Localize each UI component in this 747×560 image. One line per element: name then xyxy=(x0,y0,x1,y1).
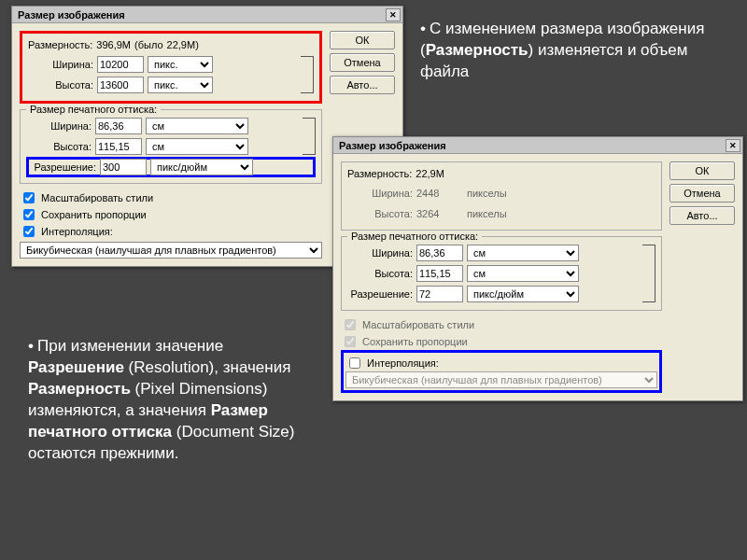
cancel-button[interactable]: Отмена xyxy=(669,184,735,203)
document-size-title: Размер печатного оттиска: xyxy=(347,231,482,242)
ok-button[interactable]: ОК xyxy=(669,161,735,180)
height-label: Высота: xyxy=(26,141,92,152)
doc-width-input[interactable] xyxy=(416,245,463,261)
resample-checkbox[interactable] xyxy=(23,226,35,237)
doc-width-input[interactable] xyxy=(95,118,142,134)
resample-method-select: Бикубическая (наилучшая для плавных град… xyxy=(345,371,657,388)
document-size-title: Размер печатного оттиска: xyxy=(26,104,161,115)
constrain-checkbox xyxy=(345,336,356,347)
caption-bottom-left: При изменении значение Разрешение (Resol… xyxy=(28,336,308,465)
titlebar: Размер изображения ✕ xyxy=(12,7,402,23)
constrain-label: Сохранить пропорции xyxy=(362,336,468,347)
constrain-checkbox[interactable] xyxy=(23,209,35,220)
resolution-unit-select[interactable]: пикс/дюйм xyxy=(150,159,253,175)
doc-height-unit-select[interactable]: см xyxy=(146,138,248,155)
height-label: Высота: xyxy=(28,79,93,91)
auto-button[interactable]: Авто... xyxy=(669,206,735,225)
size-current: 396,9M xyxy=(96,39,131,50)
close-icon[interactable]: ✕ xyxy=(386,8,401,21)
link-icon[interactable] xyxy=(301,56,314,93)
image-size-dialog-2: Размер изображения ✕ Размерность: 22,9M … xyxy=(332,136,743,401)
height-label: Высота: xyxy=(347,268,413,279)
pixel-dimensions-group: Размерность: 396,9M (было 22,9M) Ширина:… xyxy=(20,31,322,104)
resolution-row: Разрешение: пикс/дюйм xyxy=(26,157,316,177)
resolution-input[interactable] xyxy=(416,286,463,302)
resolution-input[interactable] xyxy=(100,159,147,175)
pixel-dimensions-label: Размерность: xyxy=(347,168,412,179)
resample-checkbox[interactable] xyxy=(349,357,360,369)
scale-styles-checkbox[interactable] xyxy=(23,192,35,203)
width-unit: пикселы xyxy=(467,188,507,199)
resolution-label: Разрешение: xyxy=(31,161,96,173)
height-unit-select[interactable]: пикс. xyxy=(148,77,213,93)
interpolation-highlight: Интерполяция: Бикубическая (наилучшая дл… xyxy=(341,350,662,393)
pixel-dimensions-group: Размерность: 22,9M Ширина: 2448 пикселы … xyxy=(341,161,662,231)
scale-styles-label: Масштабировать стили xyxy=(41,192,153,203)
resolution-label: Разрешение: xyxy=(347,288,413,300)
width-value: 2448 xyxy=(416,188,463,199)
doc-height-unit-select[interactable]: см xyxy=(467,265,579,282)
resample-label: Интерполяция: xyxy=(367,357,439,369)
auto-button[interactable]: Авто... xyxy=(330,76,395,94)
scale-styles-checkbox xyxy=(345,319,356,330)
document-size-group: Размер печатного оттиска: Ширина: см Выс… xyxy=(341,236,662,311)
document-size-group: Размер печатного оттиска: Ширина: см Выс… xyxy=(20,109,322,184)
doc-height-input[interactable] xyxy=(416,265,463,282)
resample-method-select[interactable]: Бикубическая (наилучшая для плавных град… xyxy=(20,242,322,259)
resolution-unit-select[interactable]: пикс/дюйм xyxy=(467,286,579,302)
size-was: 22,9M) xyxy=(167,39,199,50)
constrain-label: Сохранить пропорции xyxy=(41,209,147,220)
width-label: Ширина: xyxy=(26,120,92,132)
scale-styles-label: Масштабировать стили xyxy=(362,319,474,330)
height-unit: пикселы xyxy=(467,208,507,219)
doc-height-input[interactable] xyxy=(95,138,142,155)
width-unit-select[interactable]: пикс. xyxy=(148,56,213,73)
link-icon[interactable] xyxy=(303,118,316,155)
caption-top-right: С изменением размера изображения (Размер… xyxy=(420,19,728,83)
close-icon[interactable]: ✕ xyxy=(726,139,740,152)
width-label: Ширина: xyxy=(347,188,413,199)
dialog-title: Размер изображения xyxy=(18,9,125,21)
doc-width-unit-select[interactable]: см xyxy=(146,118,248,134)
dialog-title: Размер изображения xyxy=(339,140,446,151)
ok-button[interactable]: ОК xyxy=(330,31,395,49)
link-icon[interactable] xyxy=(642,245,655,302)
width-label: Ширина: xyxy=(347,247,413,259)
height-label: Высота: xyxy=(347,208,413,219)
resample-label: Интерполяция: xyxy=(41,226,113,237)
titlebar: Размер изображения ✕ xyxy=(333,137,742,154)
size-was-prefix: (было xyxy=(134,39,163,50)
doc-width-unit-select[interactable]: см xyxy=(467,245,579,261)
height-input[interactable] xyxy=(97,77,144,93)
size-current: 22,9M xyxy=(416,168,444,179)
width-label: Ширина: xyxy=(28,59,93,70)
width-input[interactable] xyxy=(97,56,144,73)
cancel-button[interactable]: Отмена xyxy=(330,53,395,72)
height-value: 3264 xyxy=(416,208,463,219)
pixel-dimensions-label: Размерность: xyxy=(28,39,92,50)
